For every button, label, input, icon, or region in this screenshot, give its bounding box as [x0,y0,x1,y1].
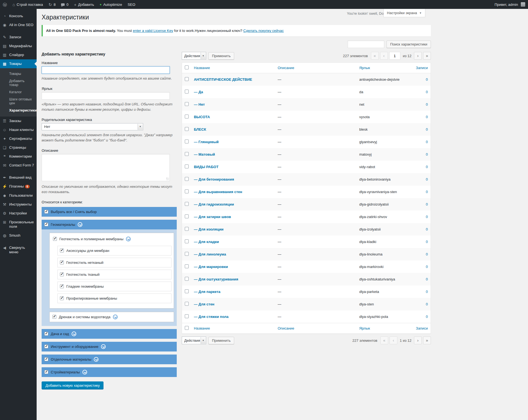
chevron-down-icon[interactable] [126,237,131,241]
attribute-name-link[interactable]: — Для маркировки [194,265,228,269]
sidebar-item-aioseo[interactable]: ◉ All in One SEO [0,21,37,29]
add-attribute-submit-button[interactable]: Добавить новую характеристику [42,381,103,389]
attribute-count-link[interactable]: 0 [426,165,428,169]
description-textarea[interactable] [42,154,170,181]
row-checkbox[interactable] [185,202,189,206]
row-checkbox[interactable] [185,189,189,193]
membranes-group-header[interactable]: Геотекстиль и полимерные мембраны [52,234,171,244]
account-menu[interactable]: Привет, admin [492,0,528,9]
sidebar-item-certificates[interactable]: ✦ Сертификаты [0,134,37,143]
sidebar-item-users[interactable]: ☻ Пользователи [0,191,37,200]
attribute-count-link[interactable]: 0 [426,115,428,119]
sidebar-item-smush[interactable]: ◍ Smush [0,231,37,240]
attribute-count-link[interactable]: 0 [426,215,428,219]
sort-by-count-header[interactable]: Записи [416,66,428,70]
search-input[interactable] [348,41,384,48]
attribute-name-link[interactable]: — Для оштукатуривания [194,277,238,281]
category-child-item[interactable]: Аксессуары для мембран [57,246,171,255]
sidebar-item-orders[interactable]: ☰ Заказы [0,117,37,125]
attribute-name-link[interactable]: — Нет [194,102,205,107]
attribute-count-link[interactable]: 0 [426,102,428,107]
row-checkbox[interactable] [185,77,189,81]
attribute-name-link[interactable]: — Для затирки швов [194,215,231,219]
attribute-count-link[interactable]: 0 [426,152,428,156]
attribute-count-link[interactable]: 0 [426,227,428,231]
parent-select[interactable]: Нет ▼ [42,123,143,130]
bulk-actions-select[interactable]: Действия ▼ [182,52,206,60]
category-checkbox[interactable] [60,296,64,300]
attribute-name-link[interactable]: — Для гидроизоляции [194,202,234,206]
resize-grip-icon[interactable] [166,178,169,180]
submenu-item-wholesale-steps[interactable]: Шаги оптовых цен [0,96,37,107]
attribute-count-link[interactable]: 0 [426,277,428,281]
updates-link[interactable]: ↻ 8 [46,0,59,9]
row-checkbox[interactable] [185,264,189,268]
sort-by-count-header[interactable]: Записи [416,326,428,330]
row-checkbox[interactable] [185,239,189,243]
last-page-button[interactable]: » [423,336,431,344]
attribute-count-link[interactable]: 0 [426,252,428,256]
attribute-name-link[interactable]: — Для стяжки пола [194,315,229,319]
attribute-count-link[interactable]: 0 [426,127,428,131]
category-checkbox[interactable] [44,332,48,336]
chevron-down-icon[interactable] [82,370,87,375]
chevron-down-icon[interactable] [72,332,76,336]
category-checkbox[interactable] [52,315,56,319]
attribute-count-link[interactable]: 0 [426,177,428,181]
bulk-actions-select[interactable]: Действия ▼ [182,336,206,344]
license-key-link[interactable]: enter a valid License Key [133,29,173,33]
sidebar-item-plugins[interactable]: ⚡ Плагины6 [0,182,37,191]
row-checkbox[interactable] [185,314,189,318]
attribute-name-link[interactable]: ВЫСОТА [194,115,210,119]
sidebar-item-pages[interactable]: ❏ Страницы [0,143,37,152]
attribute-name-link[interactable]: — Для кладки [194,240,219,244]
select-all-checkbox[interactable] [44,210,48,214]
select-all-rows-checkbox[interactable] [185,326,189,330]
row-checkbox[interactable] [185,140,189,143]
sort-by-name-header[interactable]: Название [194,326,210,330]
sidebar-item-comments[interactable]: ❝ Комментарии [0,152,37,161]
category-checkbox[interactable] [44,222,48,226]
select-all-categories-bar[interactable]: Выбрать все / Снять выбор [42,207,177,217]
category-bar[interactable]: Стройматериалы [42,367,177,377]
chevron-down-icon[interactable] [78,222,82,227]
sidebar-item-tools[interactable]: ⚒ Инструменты [0,200,37,209]
name-input[interactable] [42,66,170,74]
select-all-rows-checkbox[interactable] [185,65,189,69]
attribute-name-link[interactable]: — Для изоляции [194,227,224,231]
category-checkbox[interactable] [60,272,64,276]
attribute-count-link[interactable]: 0 [426,90,428,94]
sort-by-slug-header[interactable]: Ярлык [359,326,370,330]
category-checkbox[interactable] [53,237,57,241]
attribute-name-link[interactable]: — Для стен [194,302,214,306]
category-checkbox[interactable] [60,284,64,288]
attribute-count-link[interactable]: 0 [426,290,428,294]
seo-link[interactable]: SEO [125,0,138,9]
attribute-name-link[interactable]: ВИДЫ РАБОТ [194,165,219,169]
site-name-link[interactable]: ⌂ Строй поставка [10,0,46,9]
current-page-input[interactable] [389,52,400,60]
sidebar-item-slider[interactable]: ▥ Слайдер [0,50,37,59]
category-checkbox[interactable] [44,370,48,374]
category-bar[interactable]: Отделочные материалы [42,355,177,364]
attribute-name-link[interactable]: — Для бетонирования [194,177,234,181]
last-page-button[interactable]: » [423,52,431,60]
attribute-count-link[interactable]: 0 [426,140,428,144]
sidebar-item-media[interactable]: ▤ Медиафайлы [0,42,37,50]
attribute-name-link[interactable]: — Для линолеума [194,252,226,256]
sidebar-item-collapse-menu[interactable]: ◀ Свернуть меню [0,243,37,257]
category-bar[interactable]: Инструмент и оборудование [42,342,177,351]
row-checkbox[interactable] [185,214,189,218]
sidebar-item-settings[interactable]: ⚙ Настройки [0,209,37,218]
attribute-count-link[interactable]: 0 [426,77,428,82]
sidebar-item-dashboard[interactable]: ◔ Консоль [0,12,37,21]
category-child-item[interactable]: Профилированные мембраны [57,294,171,303]
submenu-item-add-product[interactable]: Добавить товар [0,77,37,88]
category-bar[interactable]: Дача и сад [42,329,177,339]
attribute-name-link[interactable]: — Для паркета [194,290,221,294]
category-child-item[interactable]: Геотекстиль нетканый [57,258,171,267]
new-content-link[interactable]: + Добавить [71,0,97,9]
attribute-name-link[interactable]: — Да [194,90,203,94]
sort-by-description-header[interactable]: Описание [278,66,294,70]
comments-link[interactable]: 0 [58,0,71,9]
